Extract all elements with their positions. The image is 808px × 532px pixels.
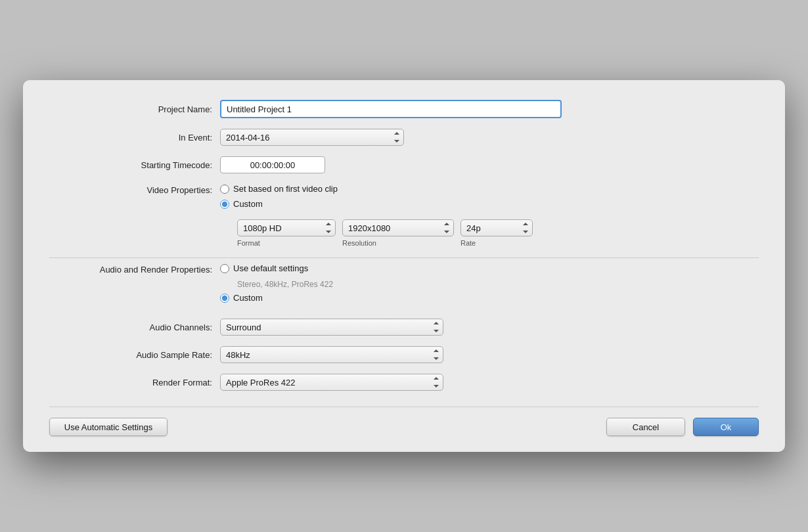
video-custom-label[interactable]: Custom <box>220 199 263 209</box>
audio-sample-rate-select-wrapper: 48kHz 44.1kHz 96kHz <box>220 346 443 363</box>
resolution-select[interactable]: 1920x1080 1280x720 3840x2160 <box>342 219 454 236</box>
audio-channels-field: Surround Stereo Mono <box>220 319 759 336</box>
starting-timecode-field <box>220 156 759 173</box>
in-event-select[interactable]: 2014-04-16 2014-04-15 2014-04-14 <box>220 129 404 146</box>
video-properties-row: Video Properties: Set based on first vid… <box>49 184 759 247</box>
resolution-label: Resolution <box>342 239 376 247</box>
audio-default-text: Use default settings <box>233 263 308 273</box>
timecode-input[interactable] <box>220 156 325 173</box>
audio-channels-select[interactable]: Surround Stereo Mono <box>220 319 443 336</box>
video-auto-radio-row: Set based on first video clip <box>220 184 759 194</box>
audio-custom-text: Custom <box>233 293 263 303</box>
footer-right-buttons: Cancel Ok <box>606 418 759 436</box>
audio-channels-row: Audio Channels: Surround Stereo Mono <box>49 319 759 336</box>
project-name-row: Project Name: <box>49 100 759 118</box>
in-event-label: In Event: <box>49 133 220 143</box>
starting-timecode-row: Starting Timecode: <box>49 156 759 173</box>
video-custom-text: Custom <box>233 199 263 209</box>
audio-default-sub: Stereo, 48kHz, ProRes 422 <box>237 280 759 289</box>
audio-sample-rate-row: Audio Sample Rate: 48kHz 44.1kHz 96kHz <box>49 346 759 363</box>
cancel-button[interactable]: Cancel <box>606 418 685 436</box>
format-row: 1080p HD 720p HD 4K Format 1920x1080 128… <box>237 219 759 247</box>
video-auto-label[interactable]: Set based on first video clip <box>220 184 338 194</box>
video-custom-radio[interactable] <box>220 200 229 209</box>
rate-label: Rate <box>460 239 476 247</box>
audio-sample-rate-select[interactable]: 48kHz 44.1kHz 96kHz <box>220 346 443 363</box>
render-format-select[interactable]: Apple ProRes 422 Apple ProRes 4444 H.264 <box>220 374 443 391</box>
render-format-field: Apple ProRes 422 Apple ProRes 4444 H.264 <box>220 374 759 391</box>
video-auto-text: Set based on first video clip <box>233 184 338 194</box>
project-name-label: Project Name: <box>49 104 220 114</box>
video-properties-label: Video Properties: <box>49 184 220 195</box>
format-label: Format <box>237 239 260 247</box>
audio-sample-rate-label: Audio Sample Rate: <box>49 350 220 360</box>
video-properties-content: Set based on first video clip Custom 108… <box>220 184 759 247</box>
audio-default-label[interactable]: Use default settings <box>220 263 308 273</box>
dialog-footer: Use Automatic Settings Cancel Ok <box>49 407 759 436</box>
resolution-group: 1920x1080 1280x720 3840x2160 Resolution <box>342 219 454 247</box>
new-project-dialog: Project Name: In Event: 2014-04-16 2014-… <box>23 80 785 452</box>
audio-sample-rate-field: 48kHz 44.1kHz 96kHz <box>220 346 759 363</box>
video-auto-radio[interactable] <box>220 185 229 194</box>
audio-default-radio[interactable] <box>220 264 229 273</box>
render-format-select-wrapper: Apple ProRes 422 Apple ProRes 4444 H.264 <box>220 374 443 391</box>
starting-timecode-label: Starting Timecode: <box>49 160 220 170</box>
render-format-label: Render Format: <box>49 378 220 388</box>
format-select[interactable]: 1080p HD 720p HD 4K <box>237 219 336 236</box>
audio-render-content: Use default settings Stereo, 48kHz, ProR… <box>220 263 759 308</box>
audio-channels-label: Audio Channels: <box>49 322 220 332</box>
rate-select[interactable]: 24p 25p 30p 60p <box>460 219 533 236</box>
rate-select-wrapper: 24p 25p 30p 60p <box>460 219 533 236</box>
audio-render-label: Audio and Render Properties: <box>49 263 220 275</box>
render-format-row: Render Format: Apple ProRes 422 Apple Pr… <box>49 374 759 391</box>
audio-render-row: Audio and Render Properties: Use default… <box>49 263 759 308</box>
separator-1 <box>49 257 759 258</box>
audio-custom-radio[interactable] <box>220 294 229 303</box>
audio-custom-label[interactable]: Custom <box>220 293 263 303</box>
in-event-select-wrapper: 2014-04-16 2014-04-15 2014-04-14 <box>220 129 404 146</box>
audio-custom-radio-row: Custom <box>220 293 759 303</box>
resolution-select-wrapper: 1920x1080 1280x720 3840x2160 <box>342 219 454 236</box>
project-name-input[interactable] <box>220 100 562 118</box>
use-automatic-settings-button[interactable]: Use Automatic Settings <box>49 418 168 436</box>
in-event-row: In Event: 2014-04-16 2014-04-15 2014-04-… <box>49 129 759 146</box>
format-group: 1080p HD 720p HD 4K Format <box>237 219 336 247</box>
rate-group: 24p 25p 30p 60p Rate <box>460 219 533 247</box>
audio-default-radio-row: Use default settings <box>220 263 759 273</box>
audio-channels-select-wrapper: Surround Stereo Mono <box>220 319 443 336</box>
in-event-field: 2014-04-16 2014-04-15 2014-04-14 <box>220 129 759 146</box>
ok-button[interactable]: Ok <box>693 418 759 436</box>
project-name-field <box>220 100 759 118</box>
format-select-wrapper: 1080p HD 720p HD 4K <box>237 219 336 236</box>
video-custom-radio-row: Custom <box>220 199 759 209</box>
